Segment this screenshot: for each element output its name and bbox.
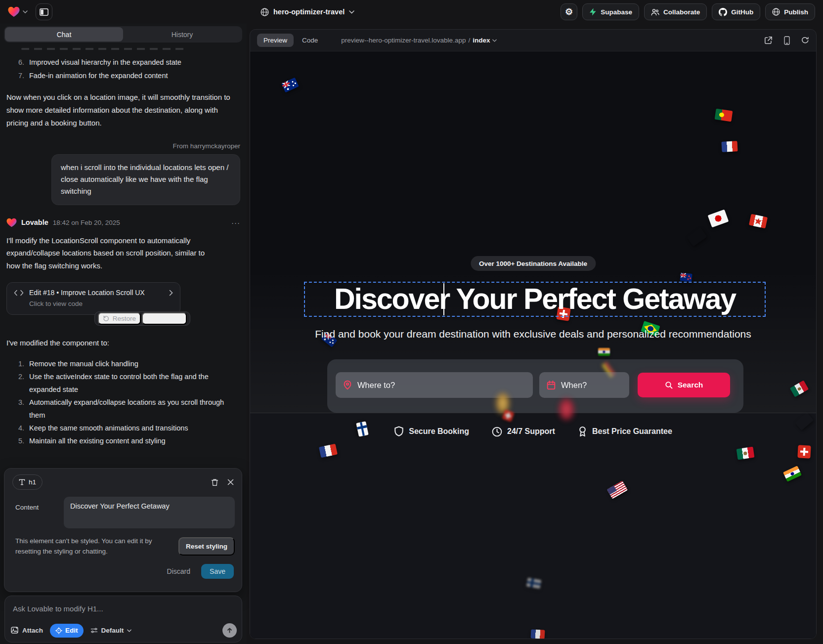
chevron-down-icon	[349, 10, 354, 14]
lovable-logo-menu[interactable]	[8, 6, 28, 17]
feature-best-price: Best Price Guarantee	[578, 426, 672, 437]
assistant-paragraph: I've modified the component to:	[6, 337, 240, 349]
save-button[interactable]: Save	[201, 564, 234, 579]
publish-label: Publish	[784, 8, 808, 16]
preview-viewport: Over 1000+ Destinations Available Discov…	[250, 51, 816, 639]
phone-icon	[784, 36, 790, 45]
target-icon	[55, 627, 62, 634]
flag-southafrica	[687, 227, 707, 246]
assistant-name: Lovable	[21, 218, 48, 226]
chevron-down-icon	[492, 39, 497, 42]
send-button[interactable]	[222, 623, 237, 638]
mode-selector[interactable]: Default	[90, 627, 132, 634]
restore-button[interactable]: Restore	[98, 312, 141, 325]
edit-card-title: Edit #18 • Improve Location Scroll UX	[29, 289, 164, 297]
close-icon	[227, 479, 234, 485]
clipped-message-line	[21, 48, 184, 50]
flag-au	[281, 78, 299, 93]
open-in-new-tab-button[interactable]	[764, 36, 773, 44]
preview-version-button[interactable]: Preview	[142, 312, 187, 325]
tab-preview[interactable]: Preview	[257, 34, 294, 47]
features-row: Secure Booking 24/7 Support Best Price G…	[250, 426, 816, 437]
mode-label: Default	[101, 627, 124, 634]
flag-nz	[680, 273, 692, 282]
discard-button[interactable]: Discard	[167, 567, 190, 575]
delete-element-button[interactable]	[211, 478, 218, 486]
collaborate-button[interactable]: Collaborate	[644, 3, 707, 20]
feature-support: 24/7 Support	[492, 426, 555, 437]
section-divider	[250, 413, 816, 413]
attach-button[interactable]: Attach	[11, 627, 43, 634]
chat-messages[interactable]: 6.Improved visual hierarchy in the expan…	[0, 44, 247, 468]
topbar-actions: ⚙ Supabase Collaborate	[561, 3, 815, 20]
reset-styling-button[interactable]: Reset styling	[178, 537, 235, 556]
preview-toolbar: Preview Code preview--hero-optimizer-tra…	[250, 30, 816, 51]
code-icon	[14, 290, 24, 296]
globe-icon	[772, 8, 780, 16]
github-icon	[719, 8, 727, 16]
preview-label: Preview	[157, 315, 182, 322]
list-item: 4.Keep the same smooth animations and tr…	[6, 422, 240, 434]
edit-mode-label: Edit	[65, 627, 78, 634]
shield-icon	[394, 426, 404, 437]
tab-chat[interactable]: Chat	[5, 27, 123, 42]
top-bar: hero-optimizer-travel ⚙ Supabase	[0, 0, 823, 24]
settings-button[interactable]: ⚙	[561, 3, 577, 20]
publish-button[interactable]: Publish	[765, 3, 815, 20]
when-placeholder: When?	[561, 381, 587, 390]
github-button[interactable]: GitHub	[712, 3, 760, 20]
where-placeholder: Where to?	[357, 381, 395, 390]
attach-label: Attach	[22, 627, 43, 634]
sidebar-toggle-button[interactable]	[36, 3, 52, 20]
close-editor-button[interactable]	[227, 479, 234, 485]
arrow-up-icon	[226, 627, 233, 634]
message-timestamp: 18:42 on Feb 20, 2025	[53, 219, 120, 226]
flag-france	[531, 629, 545, 639]
refresh-icon	[801, 37, 809, 44]
edit-version-card[interactable]: Edit #18 • Improve Location Scroll UX Cl…	[6, 282, 180, 315]
content-textarea[interactable]: Discover Your Perfect Getaway	[64, 497, 235, 528]
preview-url[interactable]: preview--hero-optimizer-travel.lovable.a…	[341, 37, 497, 44]
map-pin-icon	[343, 380, 352, 390]
edit-mode-button[interactable]: Edit	[50, 624, 84, 638]
feature-label: Best Price Guarantee	[592, 427, 672, 436]
message-menu-button[interactable]: ···	[231, 218, 240, 227]
supabase-button[interactable]: Supabase	[582, 3, 639, 20]
h1-selection-box[interactable]: Discover Your Perfect Getaway	[304, 282, 766, 317]
assistant-list-top: 6.Improved visual hierarchy in the expan…	[6, 56, 240, 82]
refresh-button[interactable]	[801, 37, 809, 44]
edit-card-subtitle: Click to view code	[29, 300, 173, 307]
list-item: 3.Automatically expand/collapse location…	[6, 396, 239, 422]
assistant-list-main: 1.Remove the manual click handling 2.Use…	[6, 357, 240, 448]
project-selector[interactable]: hero-optimizer-travel	[260, 0, 354, 24]
content-field-label: Content	[15, 504, 57, 511]
restore-label: Restore	[113, 315, 136, 322]
trash-icon	[211, 478, 218, 486]
flag-orbred	[559, 398, 574, 421]
hero-title: Discover Your Perfect Getaway	[334, 285, 736, 314]
text-caret	[443, 283, 444, 315]
restore-icon	[103, 315, 109, 322]
feature-secure-booking: Secure Booking	[394, 426, 469, 437]
tab-code[interactable]: Code	[296, 34, 324, 47]
sidebar-tabs: Chat History	[4, 26, 242, 43]
assistant-paragraph: Now when you click on a location image, …	[6, 91, 240, 129]
composer-input[interactable]: Ask Lovable to modify H1...	[5, 596, 242, 613]
project-name: hero-optimizer-travel	[273, 8, 345, 16]
tab-history[interactable]: History	[123, 27, 241, 42]
url-separator: /	[468, 37, 470, 44]
destinations-badge: Over 1000+ Destinations Available	[471, 256, 596, 271]
search-button[interactable]: Search	[638, 373, 730, 397]
mobile-view-button[interactable]	[784, 36, 790, 45]
chevron-right-icon	[169, 290, 173, 296]
chat-composer: Ask Lovable to modify H1... Attach Edit	[4, 596, 242, 643]
collaborate-label: Collaborate	[663, 8, 700, 16]
list-item: 1.Remove the manual click handling	[6, 357, 240, 370]
flag-india	[598, 348, 610, 356]
list-item: 5.Maintain all the existing content and …	[6, 434, 240, 447]
element-tag-badge[interactable]: h1	[12, 474, 43, 490]
hero-subtitle: Find and book your dream destination wit…	[250, 328, 816, 340]
when-input[interactable]: When?	[539, 372, 629, 398]
list-item: 7.Fade-in animation for the expanded con…	[6, 69, 240, 83]
user-message-bubble: when i scroll into the individual locati…	[51, 154, 240, 205]
